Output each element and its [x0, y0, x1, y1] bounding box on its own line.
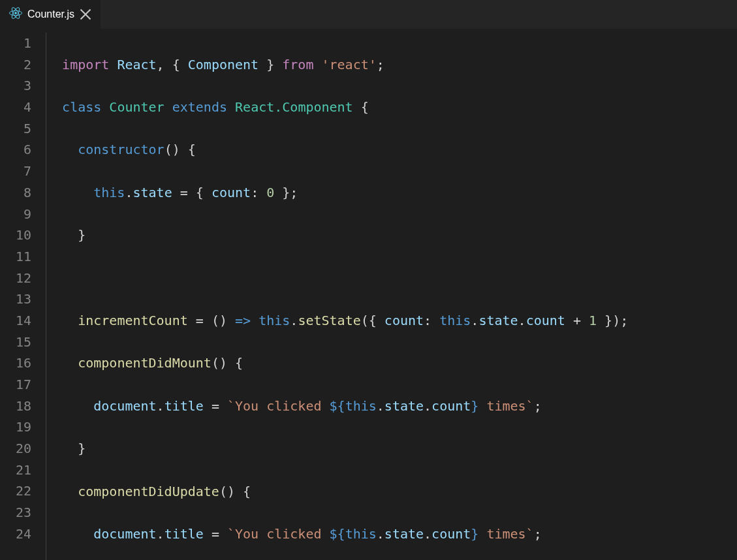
line-number: 8 — [0, 182, 31, 204]
line-number: 4 — [0, 97, 31, 118]
line-number: 2 — [0, 54, 31, 76]
line-number: 1 — [0, 33, 31, 54]
code-line[interactable] — [46, 268, 737, 289]
code-line[interactable]: componentDidMount() { — [46, 352, 737, 374]
line-number: 6 — [0, 139, 31, 161]
line-number: 15 — [0, 332, 31, 353]
line-number: 17 — [0, 374, 31, 396]
react-icon — [9, 7, 22, 22]
code-line[interactable]: document.title = `You clicked ${this.sta… — [46, 396, 737, 417]
line-number: 18 — [0, 396, 31, 417]
line-number: 14 — [0, 310, 31, 332]
tab-bar: Counter.js — [0, 0, 737, 29]
line-number-gutter: 1 2 3 4 5 6 7 8 9 10 11 12 13 14 15 16 1… — [0, 33, 46, 560]
line-number: 10 — [0, 225, 31, 246]
code-content[interactable]: import React, { Component } from 'react'… — [46, 33, 737, 560]
code-line[interactable]: constructor() { — [46, 139, 737, 161]
line-number: 7 — [0, 161, 31, 182]
code-line[interactable]: } — [46, 225, 737, 246]
code-line[interactable]: componentDidUpdate() { — [46, 481, 737, 503]
line-number: 11 — [0, 246, 31, 268]
code-line[interactable]: document.title = `You clicked ${this.sta… — [46, 523, 737, 545]
code-line[interactable]: import React, { Component } from 'react'… — [46, 54, 737, 76]
tab-filename: Counter.js — [27, 8, 74, 20]
code-line[interactable]: } — [46, 438, 737, 459]
close-icon[interactable] — [80, 8, 91, 20]
line-number: 23 — [0, 502, 31, 523]
line-number: 20 — [0, 438, 31, 459]
line-number: 19 — [0, 416, 31, 438]
line-number: 5 — [0, 118, 31, 140]
code-line[interactable]: incrementCount = () => this.setState({ c… — [46, 310, 737, 332]
svg-point-0 — [14, 12, 17, 14]
line-number: 13 — [0, 288, 31, 310]
line-number: 21 — [0, 459, 31, 481]
line-number: 16 — [0, 352, 31, 374]
line-number: 12 — [0, 268, 31, 289]
line-number: 22 — [0, 480, 31, 502]
line-number: 24 — [0, 523, 31, 545]
code-line[interactable]: class Counter extends React.Component { — [46, 97, 737, 118]
code-line[interactable]: this.state = { count: 0 }; — [46, 182, 737, 204]
line-number: 3 — [0, 75, 31, 97]
tab-counter-js[interactable]: Counter.js — [0, 0, 101, 29]
line-number: 9 — [0, 204, 31, 225]
code-editor[interactable]: 1 2 3 4 5 6 7 8 9 10 11 12 13 14 15 16 1… — [0, 29, 737, 560]
